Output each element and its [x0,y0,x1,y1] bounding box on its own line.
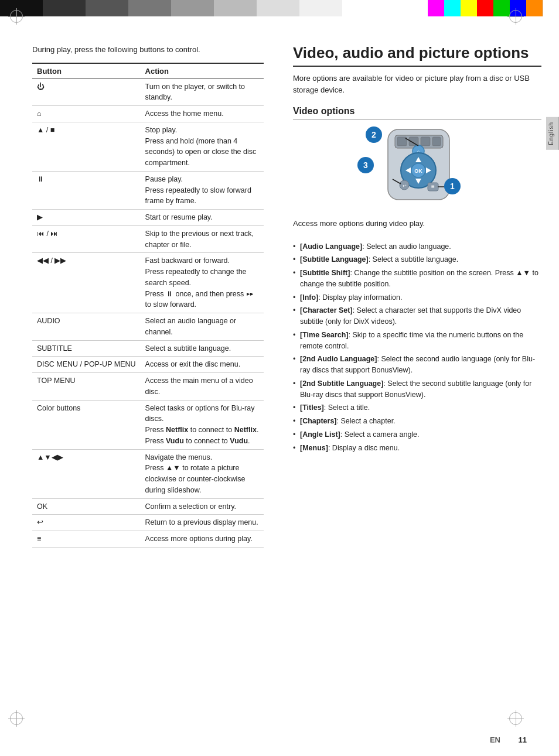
table-row: Color buttonsSelect tasks or options for… [32,400,264,449]
color-seg [299,0,342,16]
section-desc: More options are available for video or … [293,73,541,95]
reg-mark-tr [507,8,524,25]
list-item: [Angle List]: Select a camera angle. [293,428,541,442]
svg-text:↩: ↩ [403,183,407,189]
button-cell: ▲▼◀▶ [32,449,141,498]
action-cell: Access the home menu. [141,106,264,122]
table-row: ⌂Access the home menu. [32,106,264,122]
right-column: Video, audio and picture options More op… [281,32,559,756]
color-seg [128,0,171,16]
table-row: OKConfirm a selection or entry. [32,498,264,515]
color-seg [214,0,257,16]
list-item: [Time Search]: Skip to a specific time v… [293,329,541,353]
action-cell: Select an audio language or channel. [141,313,264,341]
action-cell: Select tasks or options for Blu-ray disc… [141,400,264,449]
page-content: During play, press the following buttons… [0,32,559,756]
button-cell: ◀◀ / ▶▶ [32,253,141,313]
table-row: ◀◀ / ▶▶Fast backward or forward.Press re… [32,253,264,313]
video-options-desc: Access more options during video play. [293,218,541,230]
button-cell: OK [32,498,141,515]
action-cell: Return to a previous display menu. [141,515,264,531]
label-2: 2 [366,126,382,143]
button-cell: ≡ [32,531,141,548]
button-cell: SUBTITLE [32,340,141,357]
list-item: [Subtitle Shift]: Change the subtitle po… [293,266,541,291]
list-item: [Character Set]: Select a character set … [293,304,541,329]
col-header-action: Action [141,63,264,79]
reg-mark-tl [8,8,25,25]
list-item: [Info]: Display play information. [293,291,541,305]
list-item: [Menus]: Display a disc menu. [293,442,541,455]
list-item: [Titles]: Select a title. [293,401,541,415]
svg-rect-4 [421,137,430,146]
list-item: [Chapters]: Select a chapter. [293,415,541,428]
table-row: SUBTITLESelect a subtitle language. [32,340,264,357]
button-cell: ↩ [32,515,141,531]
table-row: ≡Access more options during play. [32,531,264,548]
action-cell: Skip to the previous or next track, chap… [141,225,264,253]
table-row: ⏸Pause play.Press repeatedly to slow for… [32,171,264,209]
table-row: ↩Return to a previous display menu. [32,515,264,531]
color-bar-top [0,0,559,16]
button-cell: ⏸ [32,171,141,209]
color-seg [86,0,128,16]
options-list: [Audio Language]: Select an audio langua… [293,240,541,455]
action-cell: Access the main menu of a video disc. [141,373,264,401]
button-cell: DISC MENU / POP-UP MENU [32,357,141,373]
color-seg [171,0,214,16]
remote-container: ⌂ OK ↩ ≡ [353,126,482,208]
action-cell: Confirm a selection or entry. [141,498,264,515]
table-row: ⏮ / ⏭Skip to the previous or next track,… [32,225,264,253]
remote-diagram: ⌂ OK ↩ ≡ [293,126,541,208]
action-cell: Start or resume play. [141,210,264,226]
intro-text: During play, press the following buttons… [32,44,264,56]
color-seg-magenta [428,0,444,16]
action-cell: Stop play.Press and hold (more than 4 se… [141,122,264,171]
svg-text:OK: OK [414,168,422,174]
list-item: [Audio Language]: Select an audio langua… [293,240,541,254]
table-row: ▲▼◀▶Navigate the menus.Press ▲▼ to rotat… [32,449,264,498]
color-seg-white [543,0,559,16]
action-cell: Access more options during play. [141,531,264,548]
color-seg-yellow [461,0,477,16]
button-cell: ⌂ [32,106,141,122]
action-cell: Navigate the menus.Press ▲▼ to rotate a … [141,449,264,498]
list-item: [2nd Audio Language]: Select the second … [293,353,541,377]
section-title: Video, audio and picture options [293,44,541,67]
table-row: ▲ / ■Stop play.Press and hold (more than… [32,122,264,171]
table-row: TOP MENUAccess the main menu of a video … [32,373,264,401]
button-cell: ⏮ / ⏭ [32,225,141,253]
left-column: During play, press the following buttons… [0,32,281,756]
list-item: [Subtitle Language]: Select a subtitle l… [293,253,541,266]
controls-table: Button Action ⏻Turn on the player, or sw… [32,63,264,548]
button-cell: ▶ [32,210,141,226]
table-row: DISC MENU / POP-UP MENUAccess or exit th… [32,357,264,373]
svg-rect-2 [397,137,407,146]
action-cell: Pause play.Press repeatedly to slow forw… [141,171,264,209]
table-row: ▶Start or resume play. [32,210,264,226]
button-cell: Color buttons [32,400,141,449]
action-cell: Turn on the player, or switch to standby… [141,78,264,106]
video-options-title: Video options [293,106,541,119]
page-number: 11 [519,736,527,744]
action-cell: Access or exit the disc menu. [141,357,264,373]
col-header-button: Button [32,63,141,79]
action-cell: Fast backward or forward.Press repeatedl… [141,253,264,313]
button-cell: ▲ / ■ [32,122,141,171]
color-seg-red [477,0,493,16]
table-row: ⏻Turn on the player, or switch to standb… [32,78,264,106]
button-cell: TOP MENU [32,373,141,401]
color-seg [43,0,86,16]
color-seg-cyan [444,0,461,16]
color-seg-orange [526,0,543,16]
button-cell: ⏻ [32,78,141,106]
action-cell: Select a subtitle language. [141,340,264,357]
table-row: AUDIOSelect an audio language or channel… [32,313,264,341]
list-item: [2nd Subtitle Language]: Select the seco… [293,377,541,402]
label-1: 1 [444,178,461,194]
svg-rect-5 [432,137,441,146]
label-3: 3 [357,157,374,173]
button-cell: AUDIO [32,313,141,341]
en-label: EN [490,736,500,744]
color-seg [257,0,299,16]
